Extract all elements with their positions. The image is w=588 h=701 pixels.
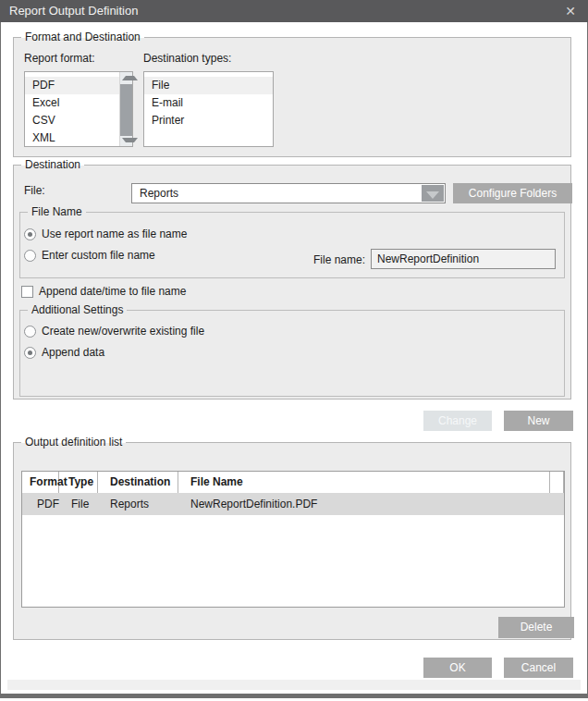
file-name-input[interactable] xyxy=(371,249,556,269)
list-item-file[interactable]: File xyxy=(144,77,273,94)
list-item-printer[interactable]: Printer xyxy=(144,112,273,129)
cell-file-name: NewReportDefinition.PDF xyxy=(178,493,550,515)
group-destination-legend: Destination xyxy=(21,158,84,172)
radio-button-icon xyxy=(24,250,36,262)
checkbox-icon xyxy=(21,286,33,298)
titlebar: Report Output Definition ✕ xyxy=(0,0,588,22)
list-item-email[interactable]: E-mail xyxy=(144,94,273,112)
group-additional-settings-legend: Additional Settings xyxy=(28,303,127,317)
group-file-name: File Name Use report name as file name E… xyxy=(19,212,565,278)
configure-folders-button[interactable]: Configure Folders xyxy=(453,183,572,203)
cancel-button[interactable]: Cancel xyxy=(504,658,573,678)
column-header-file-name[interactable]: File Name xyxy=(178,472,550,493)
append-datetime-checkbox[interactable]: Append date/time to file name xyxy=(21,284,186,299)
report-format-label: Report format: xyxy=(24,52,95,65)
cell-type: File xyxy=(59,493,98,515)
table-header-row: Format Type Destination File Name xyxy=(22,472,564,493)
group-output-definition-list: Output definition list Format Type Desti… xyxy=(13,442,571,640)
combobox-dropdown-button[interactable] xyxy=(422,185,444,202)
delete-button[interactable]: Delete xyxy=(498,617,574,638)
destination-types-label: Destination types: xyxy=(143,52,231,65)
column-header-format[interactable]: Format xyxy=(22,472,59,493)
scroll-down-icon[interactable] xyxy=(122,138,138,142)
new-button[interactable]: New xyxy=(504,411,573,431)
radio-append-data-label: Append data xyxy=(42,346,104,359)
group-output-definition-list-legend: Output definition list xyxy=(21,436,126,449)
output-definition-table: Format Type Destination File Name PDF Fi… xyxy=(21,471,565,608)
radio-use-report-name-label: Use report name as file name xyxy=(42,228,187,240)
radio-enter-custom-name-label: Enter custom file name xyxy=(42,249,155,262)
destination-types-listbox: File E-mail Printer xyxy=(143,71,274,147)
append-datetime-label: Append date/time to file name xyxy=(39,285,186,298)
list-item-xml[interactable]: XML xyxy=(25,129,132,147)
group-file-name-legend: File Name xyxy=(28,205,86,219)
report-output-definition-dialog: Report Output Definition ✕ Format and De… xyxy=(0,0,588,701)
file-destination-combobox[interactable]: Reports xyxy=(131,183,446,203)
close-icon[interactable]: ✕ xyxy=(562,3,579,19)
radio-button-icon xyxy=(24,347,36,359)
report-format-scrollbar[interactable] xyxy=(119,72,132,146)
radio-create-new-overwrite[interactable]: Create new/overwrite existing file xyxy=(24,324,204,338)
radio-enter-custom-name[interactable]: Enter custom file name xyxy=(24,248,155,263)
window-border-left xyxy=(0,22,1,694)
radio-create-new-overwrite-label: Create new/overwrite existing file xyxy=(42,325,204,338)
file-name-label: File name: xyxy=(313,253,365,266)
column-header-spacer xyxy=(550,472,564,493)
chevron-down-icon xyxy=(426,191,439,199)
report-format-listbox: PDF Excel CSV XML xyxy=(24,71,133,147)
radio-button-icon xyxy=(24,228,36,240)
change-button[interactable]: Change xyxy=(423,411,492,431)
group-format-and-destination-legend: Format and Destination xyxy=(21,31,144,44)
scrollbar-thumb[interactable] xyxy=(120,84,132,136)
list-item-csv[interactable]: CSV xyxy=(25,112,132,129)
cell-format: PDF xyxy=(22,493,59,515)
file-destination-value: Reports xyxy=(140,187,178,201)
group-additional-settings: Additional Settings Create new/overwrite… xyxy=(19,310,565,397)
column-header-destination[interactable]: Destination xyxy=(98,472,178,493)
scroll-up-icon[interactable] xyxy=(122,76,138,80)
cell-destination: Reports xyxy=(98,493,178,515)
radio-use-report-name[interactable]: Use report name as file name xyxy=(24,227,187,241)
group-format-and-destination: Format and Destination Report format: PD… xyxy=(13,37,571,157)
window-title: Report Output Definition xyxy=(9,4,138,18)
table-row[interactable]: PDF File Reports NewReportDefinition.PDF xyxy=(22,493,564,515)
file-label: File: xyxy=(24,184,45,197)
list-item-pdf[interactable]: PDF xyxy=(25,77,121,94)
radio-append-data[interactable]: Append data xyxy=(24,345,104,360)
footer-strip xyxy=(7,680,581,690)
group-destination: Destination File: Reports Configure Fold… xyxy=(13,165,571,400)
radio-button-icon xyxy=(24,326,36,338)
ok-button[interactable]: OK xyxy=(423,658,492,678)
window-border-bottom xyxy=(0,694,588,698)
list-item-excel[interactable]: Excel xyxy=(25,94,132,112)
column-header-type[interactable]: Type xyxy=(59,472,98,493)
